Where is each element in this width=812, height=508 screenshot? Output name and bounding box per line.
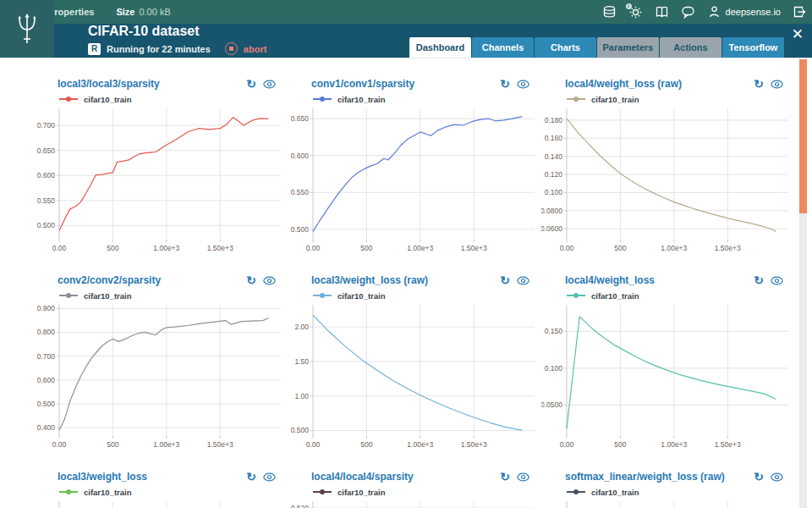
chart-legend: cifar10_train [288, 289, 533, 302]
legend-label: cifar10_train [591, 95, 639, 104]
chart-plot: 0.5000.5500.6000.6500.005001.00e+31.50e+… [288, 106, 535, 257]
refresh-icon[interactable]: ↻ [246, 274, 256, 286]
svg-text:1.00e+3: 1.00e+3 [153, 440, 179, 449]
visibility-eye-icon[interactable] [263, 80, 276, 89]
svg-text:0.400: 0.400 [37, 423, 56, 432]
tab-actions[interactable]: Actions [660, 37, 721, 58]
database-icon[interactable] [602, 5, 617, 19]
svg-text:1.50e+3: 1.50e+3 [207, 244, 233, 252]
tab-bar: DashboardChannelsChartsParametersActions… [409, 37, 784, 58]
chart-header: local3/weight_loss (raw)↻ [288, 272, 533, 289]
chart-title: conv1/conv1/sparsity [311, 78, 414, 90]
stop-icon[interactable] [225, 42, 238, 55]
svg-text:1.00e+3: 1.00e+3 [661, 440, 687, 449]
svg-text:500: 500 [360, 440, 372, 449]
svg-text:0.500: 0.500 [37, 221, 56, 229]
scrollbar-thumb[interactable] [799, 59, 807, 213]
chart-title: local3/weight_loss [58, 471, 147, 483]
legend-label: cifar10_train [591, 291, 639, 301]
svg-text:0.00: 0.00 [52, 440, 67, 449]
visibility-eye-icon[interactable] [517, 472, 529, 482]
tab-charts[interactable]: Charts [535, 37, 596, 58]
job-title: CIFAR-10 dataset [88, 24, 200, 39]
chart-title: softmax_linear/weight_loss (raw) [565, 471, 725, 483]
chart-legend: cifar10_train [288, 485, 533, 499]
abort-button[interactable]: abort [244, 44, 267, 54]
chart-actions: ↻ [754, 471, 787, 483]
close-icon[interactable]: ✕ [792, 27, 804, 41]
chart-header: conv1/conv1/sparsity↻ [288, 75, 533, 92]
tab-parameters[interactable]: Parameters [597, 37, 659, 58]
chart-actions: ↻ [500, 78, 533, 90]
svg-text:0.500: 0.500 [37, 400, 56, 408]
svg-text:0.140: 0.140 [545, 152, 563, 161]
chart-header: local3/weight_loss↻ [34, 468, 279, 485]
svg-text:0.0800: 0.0800 [541, 207, 562, 215]
chart-plot: 0.05000.1000.1500.005001.00e+31.50e+3 [541, 302, 788, 453]
svg-text:0.00: 0.00 [560, 244, 574, 252]
tab-dashboard[interactable]: Dashboard [409, 37, 471, 58]
svg-text:1.50e+3: 1.50e+3 [715, 440, 741, 449]
refresh-icon[interactable]: ↻ [246, 471, 256, 483]
svg-text:0.650: 0.650 [37, 146, 56, 155]
refresh-icon[interactable]: ↻ [500, 78, 510, 90]
svg-text:2.00: 2.00 [294, 323, 309, 331]
chart-plot: 0.5000.5500.6000.6500.7000.005001.00e+31… [34, 106, 281, 257]
feedback-chat-icon[interactable] [681, 5, 696, 19]
svg-text:0.0600: 0.0600 [541, 224, 562, 233]
svg-text:0.150: 0.150 [545, 327, 563, 335]
visibility-eye-icon[interactable] [263, 472, 276, 482]
tab-channels[interactable]: Channels [472, 37, 534, 58]
chart-actions: ↻ [246, 274, 279, 286]
chart-title: conv2/conv2/sparsity [58, 274, 161, 286]
svg-text:0.550: 0.550 [37, 196, 56, 205]
refresh-icon[interactable]: ↻ [754, 78, 764, 90]
visibility-eye-icon[interactable] [517, 80, 529, 89]
svg-text:1.50e+3: 1.50e+3 [715, 244, 741, 252]
visibility-eye-icon[interactable] [517, 276, 529, 285]
svg-text:1.00e+3: 1.00e+3 [153, 244, 179, 252]
chart-card: local4/local4/sparsity↻cifar10_train0.52… [288, 468, 533, 508]
chart-title: local4/weight_loss (raw) [565, 78, 682, 90]
chart-legend: cifar10_train [541, 92, 787, 106]
logout-icon[interactable] [792, 5, 807, 19]
visibility-eye-icon[interactable] [263, 276, 276, 285]
svg-text:0.00: 0.00 [560, 440, 574, 449]
svg-text:0.600: 0.600 [37, 171, 56, 179]
svg-text:1.00e+3: 1.00e+3 [407, 244, 433, 252]
chart-legend: cifar10_train [541, 289, 787, 302]
chart-header: softmax_linear/weight_loss (raw)↻ [541, 468, 787, 485]
visibility-eye-icon[interactable] [771, 472, 783, 482]
tab-tensorflow[interactable]: Tensorflow [722, 37, 784, 58]
account-menu[interactable]: deepsense.io [707, 5, 781, 19]
svg-text:500: 500 [614, 440, 626, 449]
svg-text:0.100: 0.100 [545, 364, 563, 373]
svg-text:0.180: 0.180 [545, 116, 563, 124]
refresh-icon[interactable]: ↻ [500, 471, 510, 483]
charts-grid: local3/local3/sparsity↻cifar10_train0.50… [0, 58, 812, 508]
chart-actions: ↻ [500, 274, 533, 286]
legend-label: cifar10_train [337, 291, 386, 301]
chart-title: local3/weight_loss (raw) [311, 274, 428, 286]
chart-actions: ↻ [246, 471, 279, 483]
user-icon [707, 5, 722, 19]
scrollbar-track[interactable] [799, 59, 807, 508]
settings-gear-icon[interactable]: i [628, 5, 644, 19]
svg-text:500: 500 [614, 244, 626, 252]
trident-icon [14, 12, 40, 46]
legend-label: cifar10_train [84, 488, 132, 497]
refresh-icon[interactable]: ↻ [754, 274, 764, 286]
svg-text:0.120: 0.120 [545, 170, 563, 179]
refresh-icon[interactable]: ↻ [500, 274, 510, 286]
size-value: 0.00 kB [139, 7, 170, 17]
svg-text:0.500: 0.500 [291, 225, 310, 234]
refresh-icon[interactable]: ↻ [754, 471, 764, 483]
documentation-book-icon[interactable] [655, 5, 670, 19]
chart-card: conv1/conv1/sparsity↻cifar10_train0.5000… [288, 75, 533, 255]
refresh-icon[interactable]: ↻ [246, 78, 256, 90]
visibility-eye-icon[interactable] [771, 80, 783, 89]
legend-marker [59, 295, 78, 296]
chart-card: local4/weight_loss↻cifar10_train0.05000.… [541, 272, 787, 451]
visibility-eye-icon[interactable] [771, 276, 783, 285]
brand-logo[interactable] [0, 0, 54, 58]
